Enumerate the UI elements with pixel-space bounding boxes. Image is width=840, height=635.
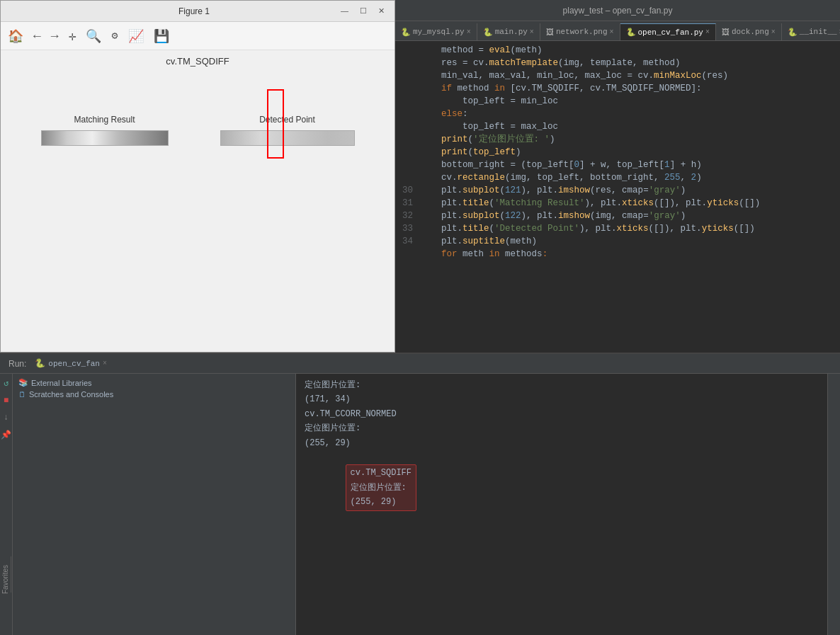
code-editor: method = eval(meth) res = cv.matchTempla…	[395, 41, 840, 353]
output-line-4: 定位图片位置:	[305, 421, 819, 435]
zoom-icon[interactable]: 🔍	[86, 28, 101, 44]
save-icon[interactable]: 💾	[154, 28, 169, 44]
scratches-item[interactable]: 🗒 Scratches and Consoles	[18, 389, 290, 400]
network-icon: 🖼	[546, 28, 554, 37]
run-content: ↺ ■ ↓ 📌 📚 External Libraries 🗒 Scratches…	[0, 374, 840, 635]
code-line-11: print(top_left)	[395, 146, 840, 159]
tab-dock-label: dock.png	[732, 28, 769, 36]
detected-point-image	[220, 130, 355, 146]
stop-icon[interactable]: ■	[4, 396, 8, 406]
ide-tab-bar: 🐍 my_mysql.py × 🐍 main.py × 🖼 network.pn…	[395, 21, 840, 41]
code-line-12: bottom_right = (top_left[0] + w, top_lef…	[395, 159, 840, 171]
tab-my-mysql-label: my_mysql.py	[413, 28, 465, 36]
tab-my-mysql[interactable]: 🐍 my_mysql.py ×	[395, 23, 477, 40]
open-cv-fan-icon: 🐍	[626, 28, 636, 37]
run-tab-close[interactable]: ×	[103, 360, 107, 367]
figure-titlebar: Figure 1 — ☐ ✕	[1, 1, 395, 22]
chart-icon[interactable]: 📈	[128, 28, 144, 44]
highlighted-text: cv.TM_SQDIFF定位图片位置:(255, 29)	[346, 464, 416, 510]
run-tab-icon: 🐍	[35, 358, 45, 369]
scratches-label: Scratches and Consoles	[29, 390, 113, 399]
dock-icon: 🖼	[722, 28, 730, 37]
output-line-2: (171, 34)	[305, 392, 819, 406]
figure-window: Figure 1 — ☐ ✕ 🏠 ← → ✛ 🔍 ⚙ 📈 💾 cv.TM_SQD…	[0, 0, 395, 353]
tab-main-close[interactable]: ×	[530, 28, 534, 36]
run-output: 定位图片位置: (171, 34) cv.TM_CCORR_NORMED 定位图…	[296, 374, 827, 635]
back-icon[interactable]: ←	[33, 29, 41, 43]
matching-result-panel: Matching Result	[41, 115, 169, 146]
run-tab-open-cv-fan[interactable]: 🐍 open_cv_fan ×	[30, 357, 111, 370]
figure-subtitle: cv.TM_SQDIFF	[1, 50, 395, 72]
output-line-1: 定位图片位置:	[305, 378, 819, 392]
output-line-3: cv.TM_CCORR_NORMED	[305, 407, 819, 421]
run-tab-bar: Run: 🐍 open_cv_fan ×	[0, 354, 840, 374]
run-left-bar: ↺ ■ ↓ 📌	[0, 374, 13, 635]
forward-icon[interactable]: →	[51, 29, 59, 43]
tab-my-mysql-close[interactable]: ×	[467, 28, 471, 36]
code-line-7: else:	[395, 108, 840, 120]
home-icon[interactable]: 🏠	[8, 28, 23, 44]
init-icon: 🐍	[788, 28, 798, 37]
code-line-32: 32 plt.subplot(122), plt.imshow(img, cma…	[395, 210, 840, 222]
detected-point-panel: Detected Point	[220, 115, 355, 146]
code-line-for: for meth in methods:	[395, 248, 840, 261]
output-line-highlighted: cv.TM_SQDIFF定位图片位置:(255, 29)	[305, 450, 819, 525]
code-line-10: print('定位图片位置: ')	[395, 133, 840, 146]
tab-network-label: network.png	[556, 28, 608, 36]
code-line-33: 33 plt.title('Detected Point'), plt.xtic…	[395, 222, 840, 235]
run-label: Run:	[8, 359, 26, 369]
tab-open-cv-fan-label: open_cv_fan.py	[638, 28, 703, 37]
pan-icon[interactable]: ✛	[69, 28, 76, 44]
maximize-button[interactable]: ☐	[357, 6, 370, 16]
tab-init[interactable]: 🐍 __init__ ×	[782, 23, 840, 40]
code-line-3: min_val, max_val, min_loc, max_loc = cv.…	[395, 69, 840, 82]
main-icon: 🐍	[483, 28, 493, 37]
project-tree: 📚 External Libraries 🗒 Scratches and Con…	[13, 374, 296, 635]
settings-icon[interactable]: ⚙	[111, 29, 118, 42]
tab-open-cv-fan-close[interactable]: ×	[705, 28, 710, 36]
tab-open-cv-fan[interactable]: 🐍 open_cv_fan.py ×	[620, 23, 716, 40]
tab-dock[interactable]: 🖼 dock.png ×	[716, 23, 782, 40]
external-libraries-item[interactable]: 📚 External Libraries	[18, 377, 290, 389]
code-line-1: method = eval(meth)	[395, 44, 840, 57]
minimize-button[interactable]: —	[338, 6, 351, 16]
detected-point-label: Detected Point	[259, 115, 315, 125]
code-line-14: cv.rectangle(img, top_left, bottom_right…	[395, 171, 840, 184]
code-line-34: 34 plt.suptitle(meth)	[395, 235, 840, 248]
tab-init-label: __init__	[800, 28, 837, 36]
step-icon[interactable]: ↓	[4, 413, 8, 423]
figure-content: Matching Result Detected Point	[1, 101, 395, 160]
external-libraries-label: External Libraries	[31, 379, 92, 387]
tab-network[interactable]: 🖼 network.png ×	[540, 23, 620, 40]
figure-title: Figure 1	[50, 6, 338, 16]
code-line-5: if method in [cv.TM_SQDIFF, cv.TM_SQDIFF…	[395, 82, 840, 95]
pin-icon[interactable]: 📌	[1, 430, 11, 440]
code-line-6: top_left = min_loc	[395, 95, 840, 108]
ide-title: playw_test – open_cv_fan.py	[563, 6, 673, 16]
favorites-label: Favorites	[1, 583, 9, 594]
bottom-panel: Run: 🐍 open_cv_fan × ↺ ■ ↓ 📌 📚 External …	[0, 353, 840, 635]
output-line-5: (255, 29)	[305, 436, 819, 450]
ide-titlebar: playw_test – open_cv_fan.py	[395, 0, 840, 21]
code-line-30: 30 plt.subplot(121), plt.imshow(res, cma…	[395, 184, 840, 197]
structure-bar: Structure	[827, 374, 840, 635]
tab-network-close[interactable]: ×	[610, 28, 614, 36]
figure-toolbar: 🏠 ← → ✛ 🔍 ⚙ 📈 💾	[1, 22, 395, 50]
matching-result-image	[41, 130, 169, 146]
tab-dock-close[interactable]: ×	[771, 28, 776, 36]
window-controls: — ☐ ✕	[338, 6, 387, 16]
external-libraries-icon: 📚	[18, 378, 28, 387]
my-mysql-icon: 🐍	[401, 28, 411, 37]
favorites-tab: Favorites	[0, 556, 11, 593]
matching-result-label: Matching Result	[74, 115, 135, 125]
run-tab-label: open_cv_fan	[48, 360, 100, 368]
scratches-icon: 🗒	[18, 390, 26, 399]
close-button[interactable]: ✕	[375, 6, 387, 16]
tab-main-label: main.py	[495, 28, 528, 36]
code-line-31: 31 plt.title('Matching Result'), plt.xti…	[395, 197, 840, 210]
restart-icon[interactable]: ↺	[4, 378, 8, 389]
tab-main[interactable]: 🐍 main.py ×	[477, 23, 540, 40]
code-line-9: top_left = max_loc	[395, 120, 840, 133]
code-line-2: res = cv.matchTemplate(img, template, me…	[395, 57, 840, 69]
